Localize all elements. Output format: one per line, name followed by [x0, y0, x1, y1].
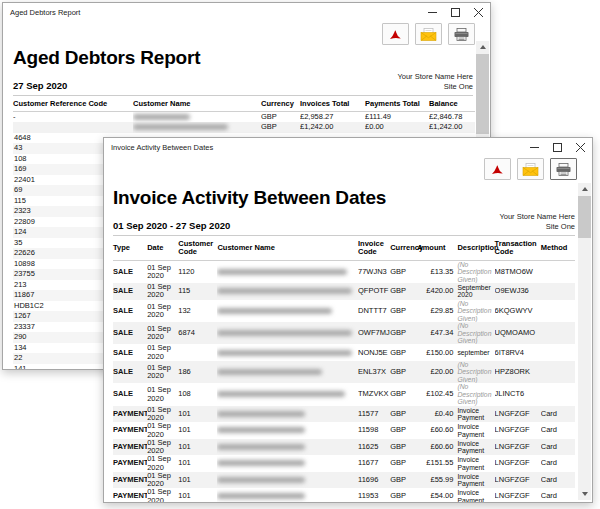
cell-amount: £151.55 [417, 455, 457, 472]
export-pdf-button[interactable] [484, 158, 511, 180]
minimize-button[interactable] [421, 3, 444, 21]
cell-invoice-code: 11625 [358, 439, 390, 456]
column-header: Description [457, 238, 494, 261]
report-body: Invoice Activity Between Dates 01 Sep 20… [104, 182, 579, 502]
cell-description: September 2020 [457, 283, 494, 300]
report-heading: Aged Debtors Report [13, 47, 473, 69]
cell-type: SALE [113, 300, 147, 322]
cell-date: 01 Sep 2020 [147, 455, 178, 472]
vertical-scrollbar[interactable] [578, 183, 591, 500]
titlebar[interactable]: Invoice Activity Between Dates [104, 138, 592, 156]
cell-invoice-code: 11696 [358, 472, 390, 489]
cell-description: Invoice Payment [457, 455, 494, 472]
cell-date: 01 Sep 2020 [147, 406, 178, 423]
window-invoice-activity: Invoice Activity Between Dates Invoice A… [103, 137, 593, 503]
invoice-activity-row: PAYMENT01 Sep 202010111598GBP£60.60Invoi… [113, 422, 575, 439]
cell-date: 01 Sep 2020 [147, 439, 178, 456]
store-block: Your Store Name Here Site One [397, 72, 473, 92]
cell-customer-code: 101 [178, 472, 217, 489]
cell-invoice-code: NONJ5E [358, 344, 390, 361]
cell-currency: GBP [390, 439, 417, 456]
print-button[interactable] [550, 158, 577, 180]
column-header: Date [147, 238, 178, 261]
cell-type: SALE [113, 383, 147, 405]
cell-description: (No Description Given) [457, 383, 494, 405]
cell-transaction-code: LNGFZGF [495, 455, 541, 472]
cell-payments-total: £0.00 [365, 122, 429, 133]
site-name: Site One [546, 222, 575, 231]
column-header: Currency [390, 238, 417, 261]
titlebar[interactable]: Aged Debtors Report [3, 3, 490, 21]
cell-amount: £47.34 [417, 322, 457, 344]
cell-invoice-code: OWF7MJ [358, 322, 390, 344]
cell-currency: GBP [390, 406, 417, 423]
cell-description: Invoice Payment [457, 422, 494, 439]
cell-date: 01 Sep 2020 [147, 383, 178, 405]
maximize-button[interactable] [546, 138, 569, 156]
cell-invoice-code: QFPOTF [358, 283, 390, 300]
cell-customer-name [217, 488, 358, 502]
cell-transaction-code: JLINCT6 [495, 383, 541, 405]
cell-reference-code: - [13, 112, 133, 123]
cell-transaction-code: 6KQGWYV [495, 300, 541, 322]
minimize-button[interactable] [523, 138, 546, 156]
column-header: Transaction Code [495, 238, 541, 261]
cell-method: Card [541, 472, 575, 489]
customer-name-redacted [217, 391, 345, 397]
cell-type: SALE [113, 361, 147, 383]
scroll-up-button[interactable] [476, 41, 489, 53]
cell-customer-name [217, 361, 358, 383]
arrow-up-icon [480, 45, 486, 49]
cell-customer-name [217, 472, 358, 489]
cell-amount: £102.45 [417, 383, 457, 405]
invoice-activity-row: PAYMENT01 Sep 202010111577GBP£0.40Invoic… [113, 406, 575, 423]
cell-invoice-code: 11953 [358, 488, 390, 502]
cell-invoices-total: £1,242.00 [300, 122, 365, 133]
cell-customer-code: 6874 [178, 322, 217, 344]
cell-invoice-code: ENL37X [358, 361, 390, 383]
cell-customer-name [217, 260, 358, 283]
report-meta: 27 Sep 2020 Your Store Name Here Site On… [13, 72, 473, 92]
scroll-up-button[interactable] [578, 183, 591, 195]
printer-icon [555, 163, 572, 176]
adobe-pdf-icon [388, 28, 404, 41]
column-header: Invoice Code [358, 238, 390, 261]
cell-amount: £20.00 [417, 361, 457, 383]
cell-method [541, 383, 575, 405]
close-button[interactable] [467, 3, 490, 21]
cell-amount: £60.60 [417, 439, 457, 456]
table-header-row: Customer Reference CodeCustomer NameCurr… [13, 98, 475, 112]
window-title: Aged Debtors Report [10, 8, 80, 17]
cell-method: Card [541, 406, 575, 423]
report-meta: 01 Sep 2020 - 27 Sep 2020 Your Store Nam… [113, 212, 575, 232]
column-header: Invoices Total [300, 98, 365, 112]
cell-customer-code: 108 [178, 383, 217, 405]
close-button[interactable] [569, 138, 592, 156]
cell-type: PAYMENT [113, 439, 147, 456]
cell-customer-code: 101 [178, 455, 217, 472]
cell-customer-code: 101 [178, 422, 217, 439]
report-heading: Invoice Activity Between Dates [113, 187, 575, 209]
cell-description: (No Description Given) [457, 300, 494, 322]
cell-currency: GBP [261, 112, 300, 123]
cell-description: Invoice Payment [457, 488, 494, 502]
cell-method [541, 344, 575, 361]
cell-customer-code: 186 [178, 361, 217, 383]
cell-method: Card [541, 422, 575, 439]
scrollbar-thumb[interactable] [578, 196, 591, 238]
maximize-button[interactable] [444, 3, 467, 21]
maximize-icon [451, 8, 460, 17]
cell-type: SALE [113, 283, 147, 300]
scrollbar-thumb[interactable] [476, 54, 489, 134]
printer-icon [453, 28, 470, 41]
cell-method [541, 260, 575, 283]
cell-customer-name [217, 283, 358, 300]
cell-customer-code: 1120 [178, 260, 217, 283]
email-button[interactable] [517, 158, 544, 180]
cell-date: 01 Sep 2020 [147, 300, 178, 322]
cell-method [541, 300, 575, 322]
cell-customer-name [217, 383, 358, 405]
scroll-down-button[interactable] [578, 488, 591, 500]
customer-name-redacted [217, 493, 305, 499]
cell-customer-code [178, 344, 217, 361]
